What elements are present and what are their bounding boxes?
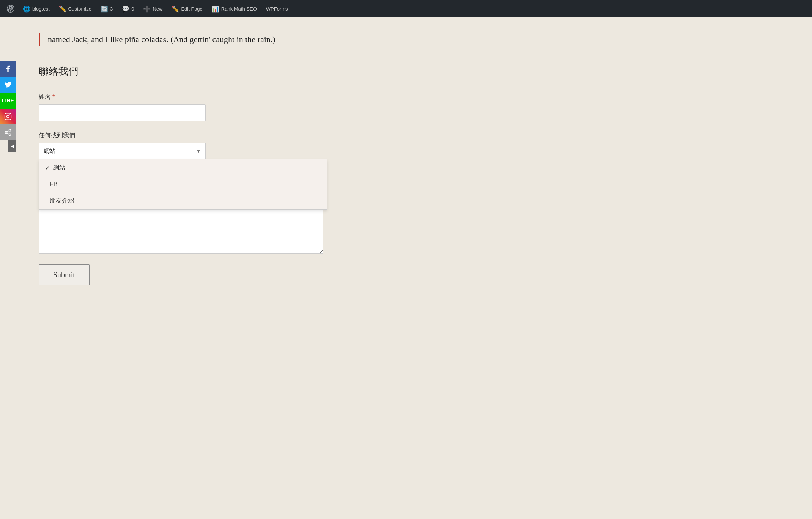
edit-page-icon: ✏️ [172,5,179,13]
svg-point-5 [9,134,11,135]
social-sidebar: LINE ◀ [0,61,16,152]
main-content: named Jack, and I like piña coladas. (An… [16,17,547,316]
name-required: * [52,94,55,100]
dropdown-arrow-icon: ▼ [196,149,201,154]
how-found-label: 任何找到我們 [39,132,327,140]
instagram-button[interactable] [0,109,16,124]
facebook-button[interactable] [0,61,16,77]
updates-link[interactable]: 🔄 3 [97,0,116,17]
wpforms-link[interactable]: WPForms [262,0,292,17]
comments-link[interactable]: 💬 0 [118,0,138,17]
svg-point-1 [7,115,9,118]
twitter-button[interactable] [0,77,16,93]
wordpress-logo[interactable] [4,2,17,16]
customize-link[interactable]: ✏️ Customize [55,0,95,17]
comments-icon: 💬 [122,5,129,13]
form-section: 聯絡我們 姓名* 任何找到我們 網站 ▼ 網站 [39,65,327,285]
quote-block: named Jack, and I like piña coladas. (An… [39,33,524,46]
dropdown-option-fb[interactable]: FB [39,176,327,192]
site-name-link[interactable]: 🌐 blogtest [19,0,54,17]
dropdown-option-website[interactable]: 網站 [39,159,327,176]
share-button[interactable] [0,124,16,140]
svg-point-2 [9,115,10,115]
name-label: 姓名* [39,93,327,101]
how-found-field-group: 任何找到我們 網站 ▼ 網站 FB 朋友介紹 [39,132,327,176]
edit-page-link[interactable]: ✏️ Edit Page [168,0,206,17]
submit-button[interactable]: Submit [39,264,90,285]
customize-icon: ✏️ [59,5,66,13]
admin-bar: 🌐 blogtest ✏️ Customize 🔄 3 💬 0 ➕ New ✏️… [0,0,812,17]
svg-point-4 [5,132,7,134]
svg-rect-0 [5,113,11,120]
how-found-select-display[interactable]: 網站 ▼ [39,143,206,159]
svg-point-3 [9,129,11,131]
line-button[interactable]: LINE [0,93,16,109]
svg-line-7 [7,131,9,132]
name-input[interactable] [39,104,206,121]
site-icon: 🌐 [23,5,30,13]
dropdown-option-referral[interactable]: 朋友介紹 [39,192,327,209]
sidebar-toggle[interactable]: ◀ [8,140,16,152]
form-title: 聯絡我們 [39,65,327,78]
quote-text: named Jack, and I like piña coladas. (An… [48,33,524,46]
new-link[interactable]: ➕ New [139,0,166,17]
name-field-group: 姓名* [39,93,327,121]
rank-math-icon: 📊 [212,5,219,13]
new-icon: ➕ [143,5,151,13]
svg-line-6 [7,133,9,134]
rank-math-link[interactable]: 📊 Rank Math SEO [208,0,261,17]
how-found-dropdown-menu: 網站 FB 朋友介紹 [39,159,327,210]
how-found-dropdown-container: 網站 ▼ 網站 FB 朋友介紹 [39,143,327,176]
updates-icon: 🔄 [101,5,108,13]
selected-option-label: 網站 [44,148,55,155]
